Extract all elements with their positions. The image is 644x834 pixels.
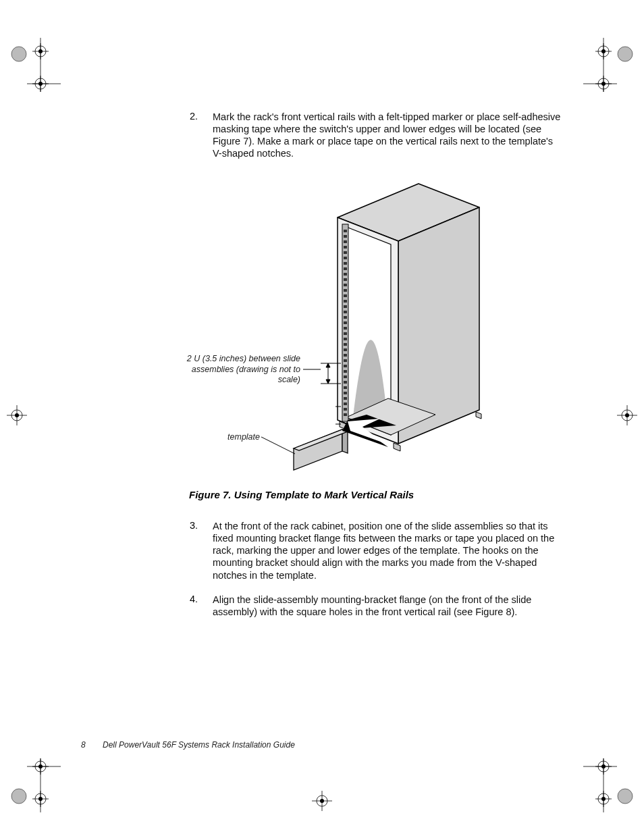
svg-point-32	[38, 764, 43, 768]
svg-rect-76	[344, 327, 347, 330]
svg-rect-86	[344, 381, 347, 384]
svg-rect-77	[344, 332, 347, 335]
step-text: At the front of the rack cabinet, positi…	[213, 520, 564, 581]
svg-point-48	[15, 413, 19, 417]
svg-rect-71	[344, 300, 347, 303]
svg-rect-75	[344, 321, 347, 324]
page-footer: 8 Dell PowerVault 56F Systems Rack Insta…	[81, 740, 295, 750]
svg-rect-60	[344, 240, 347, 243]
svg-rect-79	[344, 343, 347, 346]
svg-point-52	[625, 413, 629, 417]
svg-rect-88	[344, 392, 347, 394]
svg-rect-89	[344, 397, 347, 400]
step-4: 4. Align the slide-assembly mounting-bra…	[186, 594, 564, 618]
figure-label-measure: 2 U (3.5 inches) between slide assemblie…	[186, 354, 300, 386]
svg-rect-90	[344, 402, 347, 405]
svg-rect-83	[344, 365, 347, 367]
svg-rect-73	[344, 311, 347, 313]
svg-point-28	[38, 797, 43, 801]
svg-rect-84	[344, 370, 347, 373]
svg-rect-63	[344, 257, 347, 259]
step-number: 3.	[186, 520, 213, 581]
step-list-top: 2. Mark the rack's front vertical rails …	[186, 111, 564, 172]
step-2: 2. Mark the rack's front vertical rails …	[186, 111, 564, 160]
footer-title: Dell PowerVault 56F Systems Rack Install…	[103, 740, 295, 750]
svg-rect-66	[344, 273, 347, 276]
svg-point-20	[601, 82, 606, 86]
svg-rect-85	[344, 375, 347, 378]
svg-point-16	[601, 49, 606, 53]
svg-rect-80	[344, 348, 347, 351]
svg-rect-58	[344, 230, 347, 232]
svg-rect-68	[344, 284, 347, 286]
svg-rect-72	[344, 305, 347, 308]
svg-rect-92	[344, 413, 347, 416]
svg-rect-64	[344, 262, 347, 265]
step-text: Align the slide-assembly mounting-bracke…	[213, 594, 564, 618]
svg-line-101	[261, 437, 295, 454]
svg-point-40	[601, 797, 606, 801]
svg-rect-78	[344, 338, 347, 340]
svg-rect-70	[344, 294, 347, 297]
step-number: 2.	[186, 111, 213, 160]
step-number: 4.	[186, 594, 213, 618]
step-3: 3. At the front of the rack cabinet, pos…	[186, 520, 564, 581]
svg-rect-59	[344, 235, 347, 238]
figure-caption: Figure 7. Using Template to Mark Vertica…	[189, 489, 414, 500]
svg-rect-91	[344, 408, 347, 411]
svg-rect-65	[344, 267, 347, 270]
svg-point-56	[320, 799, 324, 803]
step-list-bottom: 3. At the front of the rack cabinet, pos…	[186, 520, 564, 630]
svg-rect-61	[344, 246, 347, 249]
figure-label-template: template	[186, 432, 260, 443]
page-number: 8	[81, 740, 86, 750]
svg-rect-87	[344, 386, 347, 389]
svg-point-44	[601, 764, 606, 768]
svg-rect-67	[344, 278, 347, 281]
svg-rect-74	[344, 316, 347, 319]
step-text: Mark the rack's front vertical rails wit…	[213, 111, 564, 160]
svg-rect-81	[344, 354, 347, 357]
svg-rect-82	[344, 359, 347, 362]
svg-rect-62	[344, 251, 347, 254]
figure-7: 2 U (3.5 inches) between slide assemblie…	[186, 177, 564, 481]
svg-rect-69	[344, 289, 347, 292]
